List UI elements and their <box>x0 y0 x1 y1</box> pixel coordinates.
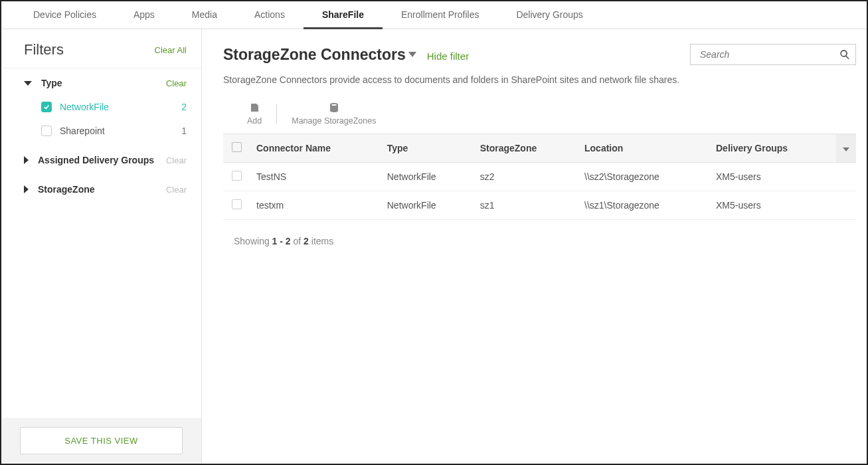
filters-title: Filters <box>24 41 64 58</box>
cell-type: NetworkFile <box>381 191 474 219</box>
table-row[interactable]: testxm NetworkFile sz1 \\sz1\Storagezone… <box>223 191 856 219</box>
top-tabs: Device Policies Apps Media Actions Share… <box>1 1 867 29</box>
checkbox-icon <box>41 102 52 112</box>
add-icon <box>249 102 260 113</box>
connectors-table: Connector Name Type StorageZone Location… <box>223 134 856 220</box>
chevron-down-icon <box>843 147 849 151</box>
filter-group-assigned-delivery: Assigned Delivery Groups Clear <box>1 145 201 175</box>
tab-enrollment-profiles[interactable]: Enrollment Profiles <box>383 1 498 29</box>
chevron-right-icon <box>24 185 29 193</box>
filter-group-toggle[interactable]: Assigned Delivery Groups <box>24 155 154 165</box>
filter-group-toggle[interactable]: StorageZone <box>24 184 95 195</box>
search-input[interactable] <box>699 48 839 60</box>
column-menu[interactable] <box>836 134 856 162</box>
filter-item-sharepoint[interactable]: Sharepoint 1 <box>24 119 187 143</box>
column-checkbox[interactable] <box>223 134 250 162</box>
cell-type: NetworkFile <box>381 162 474 191</box>
cell-name: testxm <box>250 191 381 219</box>
page-title[interactable]: StorageZone Connectors <box>223 46 416 64</box>
tab-apps[interactable]: Apps <box>115 1 173 29</box>
save-view-button[interactable]: SAVE THIS VIEW <box>20 427 183 454</box>
checkbox-icon[interactable] <box>232 171 242 181</box>
column-delivery-groups[interactable]: Delivery Groups <box>709 134 836 162</box>
search-box[interactable] <box>690 44 856 65</box>
checkbox-icon <box>41 126 52 136</box>
clear-all-button[interactable]: Clear All <box>155 45 187 55</box>
table-row[interactable]: TestNS NetworkFile sz2 \\sz2\Storagezone… <box>223 162 856 191</box>
manage-storagezones-button[interactable]: Manage StorageZones <box>292 102 376 127</box>
filter-item-count: 2 <box>181 102 187 112</box>
add-button[interactable]: Add <box>247 102 262 127</box>
page-description: StorageZone Connectors provide access to… <box>223 74 856 85</box>
column-connector-name[interactable]: Connector Name <box>250 134 381 162</box>
clear-assigned-button: Clear <box>166 155 187 165</box>
filter-item-networkfile[interactable]: NetworkFile 2 <box>24 95 187 119</box>
search-icon <box>839 49 850 60</box>
cell-location: \\sz2\Storagezone <box>578 162 709 191</box>
chevron-down-icon <box>408 52 416 57</box>
cell-location: \\sz1\Storagezone <box>578 191 709 219</box>
cell-name: TestNS <box>250 162 381 191</box>
cell-zone: sz2 <box>474 162 578 191</box>
toolbar-separator <box>276 104 277 124</box>
column-type[interactable]: Type <box>381 134 474 162</box>
filters-sidebar: Filters Clear All Type Clear <box>1 29 202 464</box>
filter-item-label: Sharepoint <box>60 126 105 136</box>
tab-actions[interactable]: Actions <box>236 1 304 29</box>
chevron-down-icon <box>24 81 32 86</box>
database-icon <box>329 102 339 113</box>
filter-group-label: StorageZone <box>38 184 95 195</box>
cell-groups: XM5-users <box>709 191 836 219</box>
cell-zone: sz1 <box>474 191 578 219</box>
tab-delivery-groups[interactable]: Delivery Groups <box>497 1 601 29</box>
filter-item-count: 1 <box>181 126 187 136</box>
cell-groups: XM5-users <box>709 162 836 191</box>
clear-storagezone-button: Clear <box>166 185 187 195</box>
tab-media[interactable]: Media <box>173 1 236 29</box>
filter-group-storagezone: StorageZone Clear <box>1 175 201 204</box>
column-storagezone[interactable]: StorageZone <box>474 134 578 162</box>
filter-group-label: Type <box>41 78 62 88</box>
chevron-right-icon <box>24 156 29 164</box>
checkbox-icon[interactable] <box>232 199 242 209</box>
filter-group-label: Assigned Delivery Groups <box>38 155 154 165</box>
filter-item-label: NetworkFile <box>60 102 109 112</box>
filter-group-type: Type Clear NetworkFile 2 <box>1 68 201 145</box>
clear-type-button[interactable]: Clear <box>166 78 187 88</box>
main-panel: StorageZone Connectors Hide filter Stora… <box>202 29 867 464</box>
hide-filter-button[interactable]: Hide filter <box>427 50 469 62</box>
column-location[interactable]: Location <box>578 134 709 162</box>
filter-group-toggle[interactable]: Type <box>24 78 62 88</box>
toolbar: Add Manage StorageZones <box>223 102 856 127</box>
tab-sharefile[interactable]: ShareFile <box>304 1 383 29</box>
checkbox-icon <box>232 142 242 152</box>
tab-device-policies[interactable]: Device Policies <box>15 1 115 29</box>
pager: Showing 1 - 2 of 2 items <box>234 236 856 246</box>
